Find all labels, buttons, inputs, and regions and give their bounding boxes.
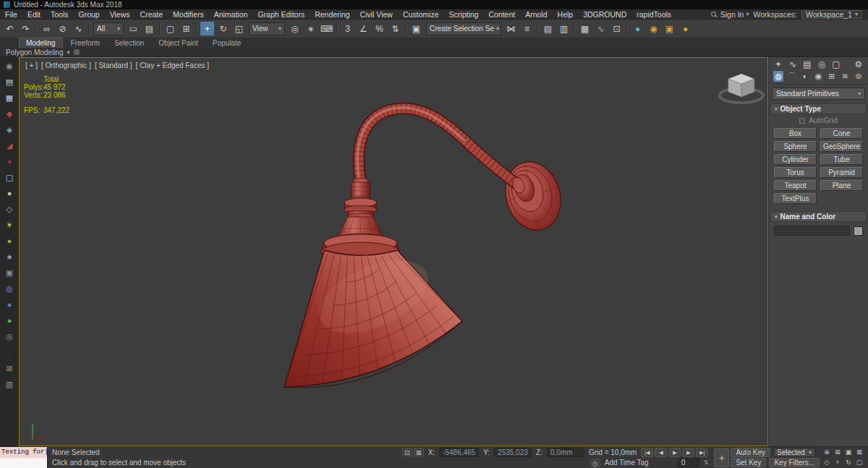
left-tool-icon-04[interactable]: ◆ xyxy=(4,109,15,119)
zoom-extents-icon[interactable]: ▣ xyxy=(843,448,854,457)
menu-rapidtools[interactable]: rapidTools xyxy=(631,10,676,19)
display-panel-tab[interactable]: ▢ xyxy=(831,59,841,69)
ribbon-section-options-icon[interactable] xyxy=(74,49,80,55)
create-panel-tab[interactable]: + xyxy=(773,59,783,69)
select-object-icon[interactable]: ▭ xyxy=(126,21,141,36)
left-tool-icon-06[interactable]: ◢ xyxy=(4,140,15,150)
play-animation-button[interactable]: ▶ xyxy=(668,448,681,457)
mirror-icon[interactable]: ⋈ xyxy=(503,21,519,36)
button-cone[interactable]: Cone xyxy=(820,128,863,139)
use-pivot-point-center-icon[interactable]: ◎ xyxy=(287,21,302,36)
viewport-standard-menu[interactable]: [ Standard ] xyxy=(95,61,132,69)
time-tag-icon[interactable]: ◷ xyxy=(590,459,600,467)
z-coordinate-field[interactable]: 0,0mm xyxy=(547,448,584,457)
left-tool-icon-02[interactable]: ▤ xyxy=(4,77,15,87)
button-torus[interactable]: Torus xyxy=(774,167,817,178)
menu-arnold[interactable]: Arnold xyxy=(520,10,552,19)
menu-modifiers[interactable]: Modifiers xyxy=(168,10,209,19)
left-tool-icon-08[interactable]: ▢ xyxy=(4,172,15,182)
set-key-button[interactable]: Set Key xyxy=(731,458,766,467)
select-and-move-icon[interactable]: + xyxy=(200,21,215,36)
menu-scripting[interactable]: Scripting xyxy=(444,10,484,19)
next-frame-button[interactable]: ▶ xyxy=(682,448,694,457)
menu-rendering[interactable]: Rendering xyxy=(310,10,354,19)
object-type-rollout-header[interactable]: ▾ Object Type xyxy=(770,103,867,114)
motion-panel-tab[interactable]: ◎ xyxy=(817,59,827,69)
listener-line[interactable] xyxy=(0,458,47,468)
frame-spinner[interactable]: ⇅ xyxy=(704,459,709,466)
menu-graph-editors[interactable]: Graph Editors xyxy=(252,10,310,19)
menu-3dground[interactable]: 3DGROUND xyxy=(578,10,631,19)
left-tool-icon-21[interactable]: ▥ xyxy=(4,379,15,389)
zoom-all-icon[interactable]: ⊞ xyxy=(833,448,843,457)
selection-lock-toggle-icon[interactable]: ⊠ xyxy=(414,448,424,456)
previous-frame-button[interactable]: ◀ xyxy=(655,448,667,457)
field-of-view-icon[interactable]: ◇ xyxy=(822,458,832,467)
workspace-dropdown[interactable]: Workspace_1 ▾ xyxy=(801,10,862,19)
menu-file[interactable]: File xyxy=(0,10,22,19)
schematic-view-icon[interactable]: ⊡ xyxy=(609,21,624,36)
menu-create[interactable]: Create xyxy=(135,10,169,19)
left-tool-icon-11[interactable]: ☀ xyxy=(4,220,15,230)
viewport[interactable]: [ + ][ Orthographic ][ Standard ][ Clay … xyxy=(19,57,768,446)
viewport-shading-menu[interactable]: [ Clay + Edged Faces ] xyxy=(136,61,209,69)
cameras-category-tab[interactable]: ◉ xyxy=(813,71,823,82)
ribbon-tab-modeling[interactable]: Modeling xyxy=(19,38,63,48)
primitives-dropdown[interactable]: Standard Primitives ▾ xyxy=(772,88,865,100)
viewport-pov-menu[interactable]: [ Orthographic ] xyxy=(41,61,91,69)
modify-panel-tab[interactable]: ∿ xyxy=(788,59,798,69)
reference-coordinate-system-dropdown[interactable]: View▾ xyxy=(249,22,285,35)
angle-snap-toggle-icon[interactable]: ∠ xyxy=(356,21,371,36)
space-warps-category-tab[interactable]: ≋ xyxy=(840,71,850,82)
select-by-name-icon[interactable]: ▤ xyxy=(142,21,157,36)
select-and-manipulate-icon[interactable]: ∗ xyxy=(303,21,318,36)
autogrid-checkbox[interactable] xyxy=(799,118,805,124)
viewport-general-menu[interactable]: [ + ] xyxy=(25,61,38,69)
ribbon-section-label[interactable]: Polygon Modeling xyxy=(6,48,64,56)
key-filters-button[interactable]: Key Filters... xyxy=(769,458,820,467)
key-mode-dropdown[interactable]: Selected ▾ xyxy=(773,448,815,457)
search-icon[interactable] xyxy=(711,12,716,17)
left-tool-icon-13[interactable]: ∗ xyxy=(4,252,15,262)
left-tool-icon-05[interactable]: ◈ xyxy=(4,124,15,135)
align-icon[interactable]: ≡ xyxy=(519,21,535,36)
button-geosphere[interactable]: GeoSphere xyxy=(820,141,863,152)
button-box[interactable]: Box xyxy=(774,128,817,139)
edit-named-selection-sets-icon[interactable]: ▣ xyxy=(409,21,424,36)
undo-icon[interactable]: ↶ xyxy=(2,21,17,36)
macro-recorder-line[interactable]: Testing for| xyxy=(0,447,47,458)
select-and-scale-icon[interactable]: ◱ xyxy=(231,21,247,36)
utilities-panel-tab[interactable]: ⚙ xyxy=(854,59,864,69)
menu-content[interactable]: Content xyxy=(483,10,520,19)
menu-group[interactable]: Group xyxy=(74,10,105,19)
percent-snap-toggle-icon[interactable]: % xyxy=(372,21,387,36)
menu-animation[interactable]: Animation xyxy=(209,10,253,19)
viewcube[interactable] xyxy=(720,74,763,103)
toggle-scene-explorer-icon[interactable]: ▤ xyxy=(540,21,556,36)
spinner-snap-toggle-icon[interactable]: ⇅ xyxy=(388,21,403,36)
set-keys-button[interactable]: + xyxy=(714,448,729,467)
menu-edit[interactable]: Edit xyxy=(22,10,46,19)
rectangular-selection-region-icon[interactable]: ▢ xyxy=(163,21,178,36)
left-tool-icon-12[interactable]: ● xyxy=(4,236,15,246)
bind-to-space-warp-icon[interactable]: ∿ xyxy=(71,21,86,36)
toggle-ribbon-icon[interactable]: ▦ xyxy=(577,21,592,36)
ribbon-tab-populate[interactable]: Populate xyxy=(206,38,247,48)
button-textplus[interactable]: TextPlus xyxy=(774,193,817,204)
button-teapot[interactable]: Teapot xyxy=(774,180,817,191)
helpers-category-tab[interactable]: ⊞ xyxy=(827,71,837,82)
menu-help[interactable]: Help xyxy=(553,10,579,19)
selection-filter-dropdown[interactable]: All▾ xyxy=(93,22,124,35)
named-selection-sets-dropdown[interactable]: Create Selection Se▾ xyxy=(426,22,501,35)
isolate-selection-toggle-icon[interactable]: ⊡ xyxy=(402,448,412,456)
menu-customize[interactable]: Customize xyxy=(398,10,444,19)
zoom-icon[interactable]: ⊕ xyxy=(822,448,832,457)
go-to-start-button[interactable]: |◀ xyxy=(641,448,653,457)
button-sphere[interactable]: Sphere xyxy=(774,141,817,152)
button-tube[interactable]: Tube xyxy=(820,154,863,165)
render-setup-icon[interactable]: ◉ xyxy=(646,21,661,36)
unlink-selection-icon[interactable]: ⊘ xyxy=(55,21,70,36)
zoom-extents-all-icon[interactable]: ⊠ xyxy=(854,448,864,457)
lamp-model[interactable] xyxy=(284,108,569,388)
ribbon-tab-object-paint[interactable]: Object Paint xyxy=(152,38,204,48)
